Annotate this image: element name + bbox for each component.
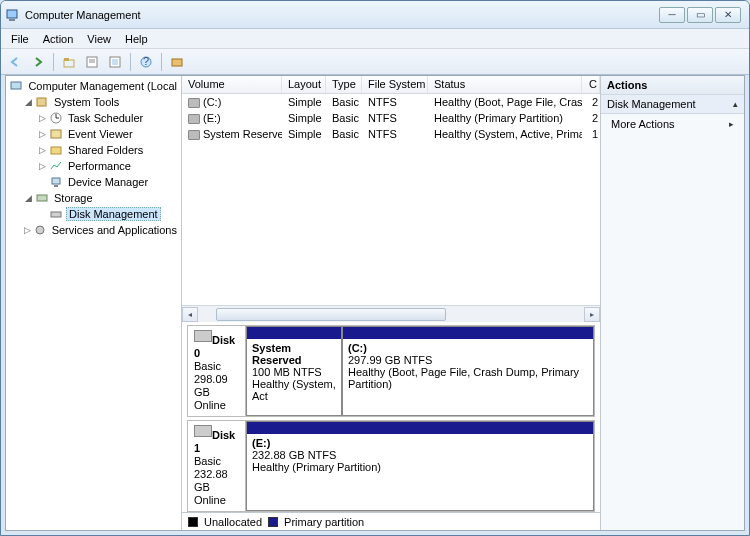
- col-capacity[interactable]: C: [582, 76, 600, 93]
- up-button[interactable]: [59, 52, 79, 72]
- actions-more-label: More Actions: [611, 118, 675, 130]
- partition-status: Healthy (System, Act: [252, 378, 336, 402]
- partition-size: 232.88 GB NTFS: [252, 449, 336, 461]
- menu-help[interactable]: Help: [119, 31, 154, 47]
- toolbar-separator: [161, 53, 162, 71]
- center-pane: Volume Layout Type File System Status C …: [182, 76, 600, 530]
- partition-title: System Reserved: [252, 342, 302, 366]
- col-volume[interactable]: Volume: [182, 76, 282, 93]
- volume-type: Basic: [326, 112, 362, 124]
- disk-row[interactable]: Disk 1Basic232.88 GBOnline(E:)232.88 GB …: [187, 420, 595, 512]
- legend-swatch-primary: [268, 517, 278, 527]
- volume-cap: 2: [582, 96, 600, 108]
- volume-row[interactable]: (E:)SimpleBasicNTFSHealthy (Primary Part…: [182, 110, 600, 126]
- tree-storage[interactable]: ◢Storage: [8, 190, 179, 206]
- disk-graphical-view[interactable]: Disk 0Basic298.09 GBOnlineSystem Reserve…: [182, 322, 600, 512]
- col-layout[interactable]: Layout: [282, 76, 326, 93]
- refresh-icon[interactable]: [105, 52, 125, 72]
- tree-shared-folders[interactable]: ▷Shared Folders: [8, 142, 179, 158]
- volume-fs: NTFS: [362, 128, 428, 140]
- tree-disk-management[interactable]: Disk Management: [8, 206, 179, 222]
- tree-system-tools[interactable]: ◢System Tools: [8, 94, 179, 110]
- partition-title: (C:): [348, 342, 367, 354]
- maximize-button[interactable]: ▭: [687, 7, 713, 23]
- scroll-right-arrow[interactable]: ▸: [584, 307, 600, 322]
- disk-size: 232.88 GB: [194, 468, 228, 493]
- volume-row[interactable]: System ReservedSimpleBasicNTFSHealthy (S…: [182, 126, 600, 142]
- col-type[interactable]: Type: [326, 76, 362, 93]
- partition-bar: [247, 327, 341, 339]
- partition-size: 100 MB NTFS: [252, 366, 322, 378]
- volume-cap: 2: [582, 112, 600, 124]
- tree-services[interactable]: ▷Services and Applications: [8, 222, 179, 238]
- volume-icon: [188, 130, 200, 140]
- volume-fs: NTFS: [362, 112, 428, 124]
- horizontal-scrollbar[interactable]: ◂ ▸: [182, 305, 600, 322]
- scroll-left-arrow[interactable]: ◂: [182, 307, 198, 322]
- partition[interactable]: System Reserved100 MB NTFSHealthy (Syste…: [246, 326, 342, 416]
- actions-section[interactable]: Disk Management ▴: [601, 95, 744, 114]
- svg-rect-13: [37, 98, 46, 106]
- disk-partitions: (E:)232.88 GB NTFSHealthy (Primary Parti…: [246, 421, 594, 511]
- main-area: Computer Management (Local ◢System Tools…: [5, 75, 745, 531]
- chevron-right-icon: ▸: [729, 119, 734, 129]
- tree-event-viewer[interactable]: ▷Event Viewer: [8, 126, 179, 142]
- action-button[interactable]: [167, 52, 187, 72]
- disk-icon: [194, 425, 212, 437]
- volume-status: Healthy (System, Active, Primary Partiti…: [428, 128, 582, 140]
- disk-row[interactable]: Disk 0Basic298.09 GBOnlineSystem Reserve…: [187, 325, 595, 417]
- svg-rect-22: [51, 212, 61, 217]
- svg-rect-0: [7, 10, 17, 18]
- menu-action[interactable]: Action: [37, 31, 80, 47]
- volume-layout: Simple: [282, 112, 326, 124]
- disk-state: Online: [194, 494, 226, 506]
- forward-button[interactable]: [28, 52, 48, 72]
- tree-task-scheduler[interactable]: ▷Task Scheduler: [8, 110, 179, 126]
- minimize-button[interactable]: ─: [659, 7, 685, 23]
- col-filesystem[interactable]: File System: [362, 76, 428, 93]
- svg-rect-11: [172, 59, 182, 66]
- volume-row[interactable]: (C:)SimpleBasicNTFSHealthy (Boot, Page F…: [182, 94, 600, 110]
- svg-point-23: [36, 226, 44, 234]
- actions-more[interactable]: More Actions ▸: [601, 114, 744, 134]
- properties-button[interactable]: [82, 52, 102, 72]
- back-button[interactable]: [5, 52, 25, 72]
- svg-rect-1: [9, 19, 15, 21]
- partition-title: (E:): [252, 437, 270, 449]
- app-icon: [5, 7, 21, 23]
- disk-size: 298.09 GB: [194, 373, 228, 398]
- volume-status: Healthy (Boot, Page File, Crash Dump, Pr…: [428, 96, 582, 108]
- volume-status: Healthy (Primary Partition): [428, 112, 582, 124]
- disk-kind: Basic: [194, 360, 221, 372]
- partition[interactable]: (E:)232.88 GB NTFSHealthy (Primary Parti…: [246, 421, 594, 511]
- volume-name: System Reserved: [203, 128, 282, 140]
- volume-type: Basic: [326, 96, 362, 108]
- svg-rect-3: [64, 58, 69, 61]
- partition[interactable]: (C:)297.99 GB NTFSHealthy (Boot, Page Fi…: [342, 326, 594, 416]
- toolbar-separator: [130, 53, 131, 71]
- volume-layout: Simple: [282, 96, 326, 108]
- volume-list[interactable]: (C:)SimpleBasicNTFSHealthy (Boot, Page F…: [182, 94, 600, 142]
- svg-rect-17: [51, 130, 61, 138]
- volume-icon: [188, 114, 200, 124]
- tree-root[interactable]: Computer Management (Local: [8, 78, 179, 94]
- menu-view[interactable]: View: [81, 31, 117, 47]
- svg-rect-21: [37, 195, 47, 201]
- help-button[interactable]: ?: [136, 52, 156, 72]
- collapse-icon: ▴: [733, 99, 738, 109]
- window-title: Computer Management: [25, 9, 657, 21]
- svg-rect-2: [64, 60, 74, 67]
- legend-primary: Primary partition: [284, 516, 364, 528]
- svg-rect-18: [51, 147, 61, 154]
- legend: Unallocated Primary partition: [182, 512, 600, 530]
- menu-file[interactable]: File: [5, 31, 35, 47]
- close-button[interactable]: ✕: [715, 7, 741, 23]
- svg-rect-20: [54, 185, 58, 187]
- tree-performance[interactable]: ▷Performance: [8, 158, 179, 174]
- col-status[interactable]: Status: [428, 76, 582, 93]
- scroll-thumb[interactable]: [216, 308, 446, 321]
- volume-list-header[interactable]: Volume Layout Type File System Status C: [182, 76, 600, 94]
- tree-device-manager[interactable]: Device Manager: [8, 174, 179, 190]
- navigation-tree[interactable]: Computer Management (Local ◢System Tools…: [6, 76, 182, 530]
- partition-status: Healthy (Boot, Page File, Crash Dump, Pr…: [348, 366, 579, 390]
